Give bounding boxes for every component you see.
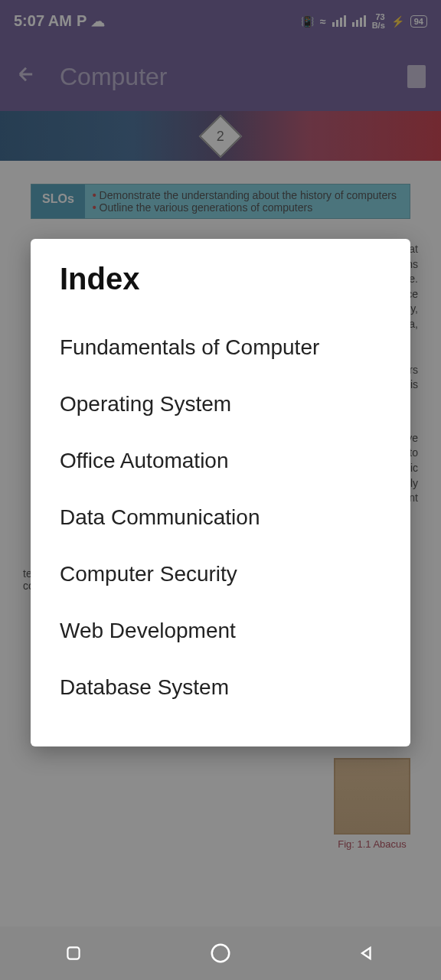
home-button[interactable]	[208, 941, 233, 965]
modal-title: Index	[60, 262, 381, 296]
index-modal: Index Fundamentals of Computer Operating…	[31, 239, 410, 746]
svg-rect-0	[67, 947, 79, 959]
index-item-fundamentals[interactable]: Fundamentals of Computer	[60, 319, 381, 376]
recent-apps-button[interactable]	[61, 941, 86, 965]
index-item-web-development[interactable]: Web Development	[60, 603, 381, 659]
android-nav-bar	[0, 926, 441, 980]
svg-point-1	[212, 945, 230, 962]
index-item-computer-security[interactable]: Computer Security	[60, 546, 381, 603]
index-item-database-system[interactable]: Database System	[60, 659, 381, 716]
index-item-data-communication[interactable]: Data Communication	[60, 489, 381, 546]
index-item-office-automation[interactable]: Office Automation	[60, 433, 381, 489]
index-list: Fundamentals of Computer Operating Syste…	[60, 319, 381, 716]
back-nav-button[interactable]	[355, 941, 380, 965]
index-item-operating-system[interactable]: Operating System	[60, 376, 381, 433]
